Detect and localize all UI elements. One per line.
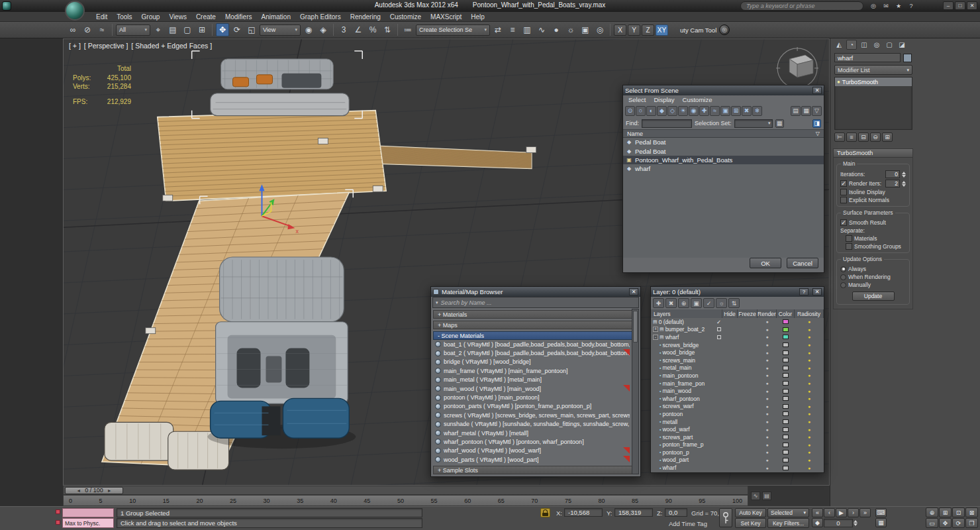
display-xrefs-icon[interactable]: ⊞	[731, 106, 741, 116]
expand-icon[interactable]: +	[653, 327, 658, 332]
viewport-shading-menu[interactable]: [ Shaded + Edged Faces ]	[131, 42, 212, 50]
render-iters-checkbox[interactable]	[840, 180, 847, 187]
layer-row[interactable]: ▤0 (default)✓●●	[651, 318, 824, 326]
layer-row[interactable]: ▪screws_main●●	[651, 356, 824, 364]
previous-frame-button[interactable]: ‹	[824, 508, 835, 517]
collapse-icon[interactable]: -	[653, 335, 658, 340]
layer-column-headers[interactable]: LayersHideFreezeRenderColorRadiosity	[651, 309, 824, 318]
material-row[interactable]: wood_parts ( VRayMtl ) [wood_part]	[433, 455, 630, 464]
layer-color-swatch[interactable]	[783, 411, 789, 416]
column-header-color[interactable]: Color	[777, 309, 795, 318]
color-cell[interactable]	[777, 396, 795, 401]
list-view-icon[interactable]: ▤	[791, 106, 801, 116]
color-cell[interactable]	[777, 458, 795, 462]
color-cell[interactable]	[777, 343, 795, 347]
next-frame-button[interactable]: ›	[848, 508, 859, 517]
material-row[interactable]: sunshade ( VRayMtl ) [sunshade, sunshade…	[433, 420, 630, 429]
manually-radio[interactable]	[840, 282, 846, 288]
axis-xy-button[interactable]: XY	[656, 25, 668, 36]
layer-manager-icon[interactable]: ▥	[520, 23, 534, 36]
color-cell[interactable]	[777, 419, 795, 424]
material-row[interactable]: wharf_wood ( VRayMtl ) [wood_warf]	[433, 447, 630, 455]
named-set-icon[interactable]: ▦	[775, 119, 784, 128]
color-cell[interactable]	[777, 350, 795, 355]
layer-color-swatch[interactable]	[783, 381, 789, 386]
detail-view-icon[interactable]: ▦	[801, 106, 811, 116]
scene-object-row[interactable]: ◆Pedal Boat	[623, 138, 824, 146]
layer-row[interactable]: ▪ponton_frame_p●●	[651, 441, 824, 449]
select-by-name-icon[interactable]: ▤	[166, 23, 179, 36]
radiosity-cell[interactable]: ●	[795, 404, 824, 409]
render-setup-icon[interactable]: ☼	[564, 23, 577, 36]
layer-row[interactable]: ▪metal_main●●	[651, 364, 824, 372]
layer-row[interactable]: -▤wharf●●	[651, 333, 824, 341]
radiosity-cell[interactable]: ●	[795, 319, 824, 324]
display-groups-icon[interactable]: ▣	[720, 106, 730, 116]
color-cell[interactable]	[777, 443, 795, 447]
communication-center-icon[interactable]: ✉	[881, 1, 891, 11]
keyboard-override-icon[interactable]: ⌨	[875, 508, 887, 517]
frame-back-arrow[interactable]: ◄	[76, 488, 81, 493]
maximize-button[interactable]: □	[955, 1, 965, 10]
close-button[interactable]: ✕	[967, 1, 977, 10]
time-slider[interactable]: ◄ 0 / 100 ►	[63, 486, 748, 495]
hierarchy-tab[interactable]: ◫	[859, 40, 869, 50]
maxscript-mini-listener[interactable]: Max to Physc.	[62, 518, 114, 528]
display-shapes-icon[interactable]: ◇	[667, 106, 677, 116]
radiosity-cell[interactable]: ●	[795, 343, 824, 347]
layer-color-swatch[interactable]	[783, 419, 789, 424]
render-cell[interactable]: ●	[758, 373, 777, 378]
scene-object-row[interactable]: ▣Pontoon_Wharf_with_Pedal_Boats	[623, 156, 824, 164]
set-key-button[interactable]: Set Key	[735, 518, 766, 528]
modifier-list-dropdown[interactable]: Modifier List▾	[834, 65, 912, 75]
radiosity-cell[interactable]: ●	[795, 396, 824, 401]
display-helpers-icon[interactable]: ✚	[699, 106, 709, 116]
macro-recorder-icon[interactable]	[56, 520, 60, 525]
material-row[interactable]: main_frame ( VRayMtl ) [main_frame_ponto…	[433, 366, 630, 375]
layer-color-swatch[interactable]	[783, 343, 789, 347]
smoothing-groups-checkbox[interactable]	[846, 243, 852, 250]
set-keys-button[interactable]	[719, 508, 732, 527]
radiosity-cell[interactable]: ●	[795, 427, 824, 432]
display-cameras-icon[interactable]: ◉	[689, 106, 699, 116]
display-spacewarps-icon[interactable]: ≈	[710, 106, 720, 116]
layer-color-swatch[interactable]	[783, 319, 789, 324]
layer-row[interactable]: ▪wharf●●	[651, 464, 824, 472]
layer-color-swatch[interactable]	[783, 350, 789, 355]
iterations-spinner[interactable]	[902, 172, 906, 178]
layer-row[interactable]: ▪main_wood●●	[651, 387, 824, 395]
update-button[interactable]: Update	[852, 292, 895, 301]
search-icon[interactable]: ◎	[869, 1, 878, 11]
sfs-menu-display[interactable]: Display	[650, 96, 678, 103]
display-frozen-icon[interactable]: ❄	[752, 106, 762, 116]
render-cell[interactable]: ●	[758, 435, 777, 439]
select-and-rotate-icon[interactable]: ⟳	[230, 23, 244, 36]
minimize-button[interactable]: –	[943, 1, 954, 10]
material-row[interactable]: boat_2 ( VRayMtl ) [boad_padlle,boad_ped…	[433, 348, 630, 357]
layer-color-swatch[interactable]	[783, 358, 789, 362]
layer-row[interactable]: ▪screws_warf●●	[651, 403, 824, 411]
close-icon[interactable]: ✕	[629, 288, 638, 295]
auto-key-button[interactable]: Auto Key	[735, 508, 766, 517]
zoom-icon[interactable]: ⊕	[926, 507, 938, 517]
layer-row[interactable]: ▪metall●●	[651, 418, 824, 426]
select-and-scale-icon[interactable]: ◱	[245, 23, 258, 36]
when-rendering-radio[interactable]	[840, 274, 846, 280]
menu-customize[interactable]: Customize	[385, 13, 426, 21]
modifier-toggle-icon[interactable]: ●	[837, 79, 840, 85]
menu-group[interactable]: Group	[137, 13, 165, 21]
column-header-radiosity[interactable]: Radiosity	[795, 309, 824, 318]
sort-icon[interactable]: ▽	[816, 131, 820, 136]
color-cell[interactable]	[777, 435, 795, 439]
maps-group-bar[interactable]: + Maps	[433, 321, 638, 329]
render-cell[interactable]: ●	[758, 335, 777, 339]
lock-explorer-icon[interactable]: ◨	[812, 119, 821, 128]
dialog-title-bar[interactable]: Layer: 0 (default) ? ✕	[651, 287, 824, 297]
color-cell[interactable]	[777, 404, 795, 409]
layer-row[interactable]: ▪wharf_pontoon●●	[651, 395, 824, 403]
radiosity-cell[interactable]: ●	[795, 327, 824, 332]
rendered-frame-icon[interactable]: ▣	[579, 23, 592, 36]
material-search-input[interactable]: ▾ Search by Name ...	[432, 297, 639, 308]
sfs-menu-select[interactable]: Select	[624, 96, 650, 103]
beauty-cam-tool-button[interactable]: uty Cam Tool◎	[680, 24, 730, 36]
